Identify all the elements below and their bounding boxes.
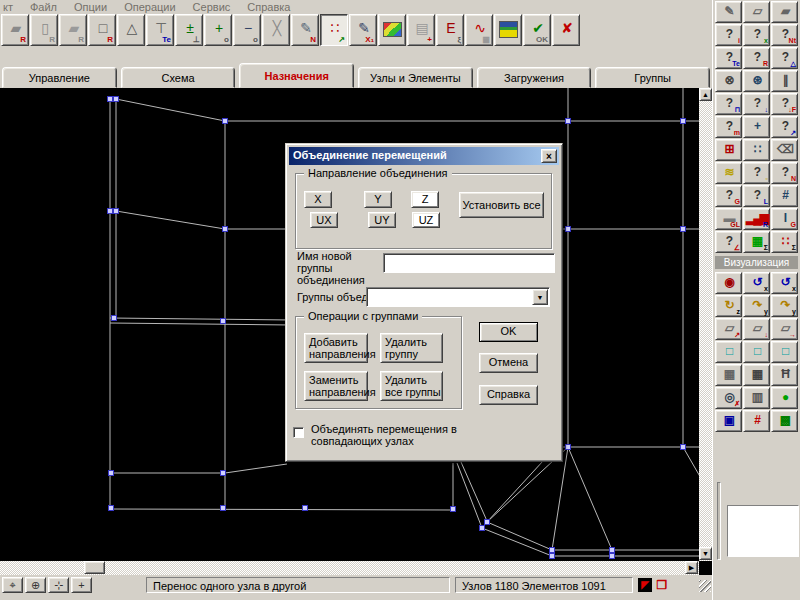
direction-x-button[interactable]: X [304,191,332,208]
rigidity-solid-icon[interactable]: □R [88,14,116,46]
zoom-cancel-icon[interactable]: ◎✗ [715,387,742,409]
info-rigidity-icon[interactable]: ?R [743,47,770,69]
chevron-down-icon[interactable]: ▼ [532,289,548,305]
info-beam-load-icon[interactable]: ?⊓ [715,93,742,115]
info-support-icon[interactable]: ?△ [771,47,798,69]
status-tool-target-icon[interactable]: ⌖ [2,577,23,593]
replace-directions-button[interactable]: Заменить направления [304,371,368,401]
eraser-icon[interactable]: ⌫ [771,139,798,161]
rigidity-plate-icon[interactable]: ▰R [1,14,29,46]
ok-button[interactable]: OK [479,322,538,342]
spin-top-icon[interactable]: ◉ [715,272,742,294]
grid-red-icon[interactable]: # [743,410,770,432]
info-rod-icon[interactable]: ?i [715,24,742,46]
info-te-icon[interactable]: ?Te [715,47,742,69]
info-l-icon[interactable]: ?L [743,185,770,207]
node-axis2-icon[interactable]: ⊛ [743,70,770,92]
dialog-title[interactable]: Объединение перемещений × [289,147,559,165]
tab-1[interactable]: Управление [2,67,117,88]
local-axes-icon[interactable]: ✎X₁ [349,14,377,46]
menu-item-2[interactable]: Файл [30,1,57,13]
grid-snap-icon[interactable]: # [771,185,798,207]
status-tool-snap-node-icon[interactable]: + [71,577,92,593]
remove-node-icon[interactable]: −o [233,14,261,46]
set-all-button[interactable]: Установить все [459,192,544,218]
direction-y-button[interactable]: Y [364,191,392,208]
info-nt-icon[interactable]: ?Nt [771,24,798,46]
menu-item-1[interactable]: кт [3,1,13,13]
info-node-icon[interactable]: ?x [743,24,770,46]
rotate-x-icon[interactable]: ↺x [743,272,770,294]
horizontal-scrollbar[interactable]: ▶ [0,561,699,575]
mesh-large-icon[interactable]: ▦ [743,364,770,386]
menu-item-3[interactable]: Опции [74,1,107,13]
tab-4[interactable]: Узлы и Элементы [358,67,473,88]
rotate-x2-icon[interactable]: ↺x [771,272,798,294]
draw-plate-icon[interactable]: ▱ [743,1,770,23]
info-n-beam-icon[interactable]: ?N [771,162,798,184]
merge-displacements-icon[interactable]: ∷↗ [320,14,348,46]
rigidity-slab-icon[interactable]: ▰R [59,14,87,46]
rotate-y2-icon[interactable]: ↷y [771,295,798,317]
node-axis-icon[interactable]: ⊗ [715,70,742,92]
element-type-icon[interactable]: ⊤Te [146,14,174,46]
add-node-icon[interactable]: +o [204,14,232,46]
graph-icon[interactable]: ∿▦ [465,14,493,46]
add-constraint-icon[interactable]: ±⊥ [175,14,203,46]
menu-item-4[interactable]: Операции [124,1,175,13]
picture-icon[interactable]: ▣ [715,410,742,432]
scrollbar-thumb[interactable] [84,561,105,574]
delete-element-icon[interactable]: ╳ [262,14,290,46]
delete-group-button[interactable]: Удалить группу [380,333,443,363]
status-tool-move-node-icon[interactable]: ⊕ [25,577,46,593]
projection-xy-icon[interactable]: ▱↗ [715,318,742,340]
grid-hand-icon[interactable]: ⊞ [715,139,742,161]
close-icon[interactable]: × [541,149,557,163]
direction-ux-button[interactable]: UX [310,212,338,228]
info-g-icon[interactable]: ?G [715,185,742,207]
nodes-grid-icon[interactable]: ∷ [743,139,770,161]
menu-item-5[interactable]: Сервис [193,1,231,13]
ibeam-icon[interactable]: IG [771,208,798,230]
confirm-icon[interactable]: ✔OK [523,14,551,46]
scroll-up-icon[interactable]: ▲ [699,88,712,101]
scroll-down-icon[interactable]: ▼ [699,547,712,560]
chart-r-icon[interactable]: ▂▄▆R [743,208,770,230]
support-truss-icon[interactable]: △ [117,14,145,46]
tab-3[interactable]: Назначения [239,63,354,88]
fragment-icon[interactable] [494,14,522,46]
node-cross-icon[interactable]: + [743,116,770,138]
rotate-y-icon[interactable]: ↷y [743,295,770,317]
draw-rod-icon[interactable]: ✎ [715,1,742,23]
new-group-name-input[interactable] [383,253,555,273]
rigidity-wall-icon[interactable]: ▯R [30,14,58,46]
info-moment-icon[interactable]: ?m [715,116,742,138]
info-3d-icon[interactable]: ?↗ [771,116,798,138]
merge-coincident-checkbox[interactable] [293,427,304,438]
info-force-icon[interactable]: ?↓F [771,93,798,115]
section-icon[interactable]: Ħ [771,364,798,386]
grid-green-icon[interactable]: ▩ [771,410,798,432]
info-node-group-icon[interactable]: ?▫ [743,162,770,184]
cancel-icon[interactable]: ✘ [552,14,580,46]
mesh-small-icon[interactable]: ▦ [715,364,742,386]
tab-5[interactable]: Загружения [477,67,592,88]
groups-combobox[interactable]: ▼ [366,287,550,307]
draw-solid-icon[interactable]: ▰ [771,1,798,23]
plate-arrows-icon[interactable]: ▤+ [407,14,435,46]
add-directions-button[interactable]: Добавить направления [304,333,368,363]
cancel-button[interactable]: Отмена [479,353,538,373]
nodes-sum-icon[interactable]: ∷Σ [771,231,798,253]
direction-uz-button[interactable]: UZ [412,212,440,228]
color-sum-icon[interactable]: ▦Σ [743,231,770,253]
isometry-1-icon[interactable]: □ [715,341,742,363]
resize-grip[interactable] [699,580,711,592]
delete-all-groups-button[interactable]: Удалить все группы [380,371,443,401]
layers-icon[interactable]: ≋ [715,162,742,184]
direction-uy-button[interactable]: UY [368,212,396,228]
print-icon[interactable]: ▥ [743,387,770,409]
color-model-icon[interactable] [378,14,406,46]
rotate-z-icon[interactable]: ↻z [715,295,742,317]
direction-z-button[interactable]: Z [411,191,439,208]
info-load-icon[interactable]: ?↓ [743,93,770,115]
